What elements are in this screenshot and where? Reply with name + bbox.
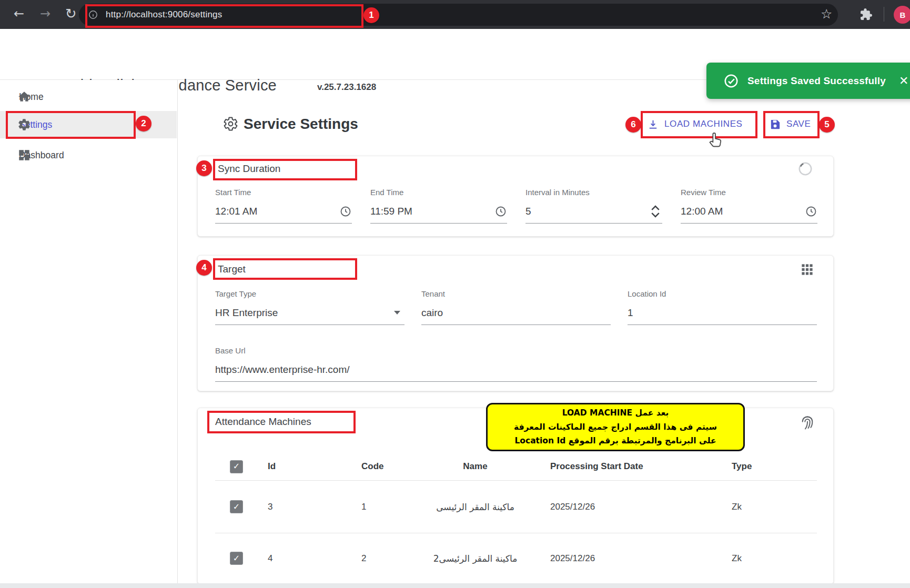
cell-id: 4 (268, 553, 361, 564)
address-bar[interactable]: http://localhost:9006/settings (79, 4, 838, 26)
review-time-field: Review Time 12:00 AM (681, 188, 817, 224)
review-time-label: Review Time (681, 188, 817, 197)
target-type-label: Target Type (215, 289, 405, 298)
app-version: v.25.7.23.1628 (317, 82, 376, 93)
fingerprint-icon (799, 414, 816, 431)
save-icon (769, 118, 781, 130)
table-row: ✓ 4 2 ماكينة المقر الرئيسى2 2025/12/26 Z… (215, 533, 817, 583)
check-icon: ✓ (233, 503, 240, 511)
cell-code: 1 (361, 502, 400, 512)
base-url-field: Base Url https://www.enterprise-hr.com/ (215, 346, 817, 382)
apps-grid-icon (800, 262, 814, 277)
profile-avatar[interactable]: B (894, 6, 910, 24)
extensions-icon[interactable] (860, 8, 873, 21)
clock-icon[interactable] (494, 205, 507, 218)
cell-name: ماكينة المقر الرئيسى2 (400, 553, 550, 564)
browser-toolbar: ← → ↻ http://localhost:9006/settings ☆ B (0, 0, 910, 29)
dashboard-icon (17, 148, 31, 162)
attendance-machines-card: Attendance Machines ✓ Id Code Name Proce… (197, 408, 834, 584)
back-icon[interactable]: ← (14, 6, 24, 21)
toolbar-separator (884, 7, 884, 22)
machines-table: ✓ Id Code Name Processing Start Date Typ… (215, 453, 817, 583)
end-time-field: End Time 11:59 PM (370, 188, 507, 224)
row-checkbox[interactable]: ✓ (230, 500, 243, 513)
spinner-up-icon[interactable] (651, 205, 660, 211)
url-text: http://localhost:9006/settings (106, 9, 222, 20)
select-all-checkbox[interactable]: ✓ (230, 460, 243, 473)
review-time-input[interactable]: 12:00 AM (681, 204, 817, 224)
timer-watch-icon (797, 161, 813, 177)
cell-type: Zk (732, 502, 817, 512)
section-title-machines: Attendance Machines (215, 416, 311, 428)
annotation-badge-6: 6 (625, 117, 641, 133)
spinner-down-icon[interactable] (651, 212, 660, 218)
screen: ← → ↻ http://localhost:9006/settings ☆ B… (0, 0, 910, 588)
tenant-input[interactable]: cairo (421, 306, 611, 325)
forward-icon[interactable]: → (40, 6, 50, 21)
tenant-field: Tenant cairo (421, 289, 611, 325)
check-circle-icon (723, 73, 739, 89)
chevron-down-icon (394, 311, 400, 315)
sync-duration-card: Sync Duration Start Time 12:01 AM End Ti… (197, 156, 834, 237)
start-time-label: Start Time (215, 188, 352, 197)
cell-code: 2 (361, 553, 400, 564)
gear-icon (17, 118, 31, 131)
col-header-id: Id (268, 461, 361, 472)
location-id-field: Location Id 1 (628, 289, 817, 325)
cell-id: 3 (268, 502, 361, 512)
interval-label: Interval in Minutes (525, 188, 662, 197)
page-title: Service Settings (244, 116, 358, 133)
toast-close-icon[interactable]: ✕ (899, 74, 908, 88)
cell-name: ماكينة المقر الرئيسى (400, 502, 550, 512)
location-id-label: Location Id (628, 289, 817, 298)
load-machines-button[interactable]: LOAD MACHINES (647, 114, 743, 135)
col-header-name: Name (400, 461, 550, 472)
sidebar: Home Settings Dashboard (0, 80, 178, 588)
target-card: Target Target Type HR Enterprise Tenant … (197, 255, 834, 391)
table-row: ✓ 3 1 ماكينة المقر الرئيسى 2025/12/26 Zk (215, 480, 817, 533)
target-type-field: Target Type HR Enterprise (215, 289, 405, 325)
col-header-type: Type (732, 461, 817, 472)
save-button[interactable]: SAVE (769, 114, 811, 135)
bookmark-star-icon[interactable]: ☆ (821, 7, 832, 22)
cell-date: 2025/12/26 (550, 553, 732, 564)
col-header-date: Processing Start Date (550, 461, 732, 472)
reload-icon[interactable]: ↻ (65, 6, 77, 21)
section-title-sync: Sync Duration (218, 163, 280, 175)
clock-icon[interactable] (339, 205, 352, 218)
target-type-select[interactable]: HR Enterprise (215, 306, 405, 325)
download-icon (647, 118, 659, 130)
location-id-input[interactable]: 1 (628, 306, 817, 325)
table-header-row: ✓ Id Code Name Processing Start Date Typ… (215, 453, 817, 480)
toast-message: Settings Saved Successfully (747, 75, 886, 87)
sidebar-item-settings[interactable]: Settings (0, 111, 177, 138)
interval-field: Interval in Minutes 5 (525, 188, 662, 224)
settings-gear-icon (223, 116, 238, 131)
site-info-icon[interactable] (88, 9, 98, 20)
check-icon: ✓ (233, 462, 240, 471)
base-url-input[interactable]: https://www.enterprise-hr.com/ (215, 362, 817, 382)
interval-input[interactable]: 5 (525, 204, 662, 224)
start-time-field: Start Time 12:01 AM (215, 188, 352, 224)
annotation-badge-5: 5 (819, 117, 835, 133)
col-header-code: Code (361, 461, 400, 472)
row-checkbox[interactable]: ✓ (230, 552, 243, 565)
base-url-label: Base Url (215, 346, 817, 355)
end-time-input[interactable]: 11:59 PM (370, 204, 507, 224)
sidebar-item-home[interactable]: Home (0, 83, 177, 110)
check-icon: ✓ (233, 554, 240, 563)
tenant-label: Tenant (421, 289, 611, 298)
toast-success: Settings Saved Successfully ✕ (706, 63, 910, 99)
clock-icon[interactable] (805, 205, 817, 218)
page-bottom-strip (0, 583, 910, 588)
start-time-input[interactable]: 12:01 AM (215, 204, 352, 224)
sidebar-item-dashboard[interactable]: Dashboard (0, 141, 177, 169)
section-title-target: Target (218, 263, 246, 275)
home-icon (17, 90, 31, 104)
cell-type: Zk (732, 553, 817, 564)
end-time-label: End Time (370, 188, 507, 197)
cell-date: 2025/12/26 (550, 502, 732, 512)
